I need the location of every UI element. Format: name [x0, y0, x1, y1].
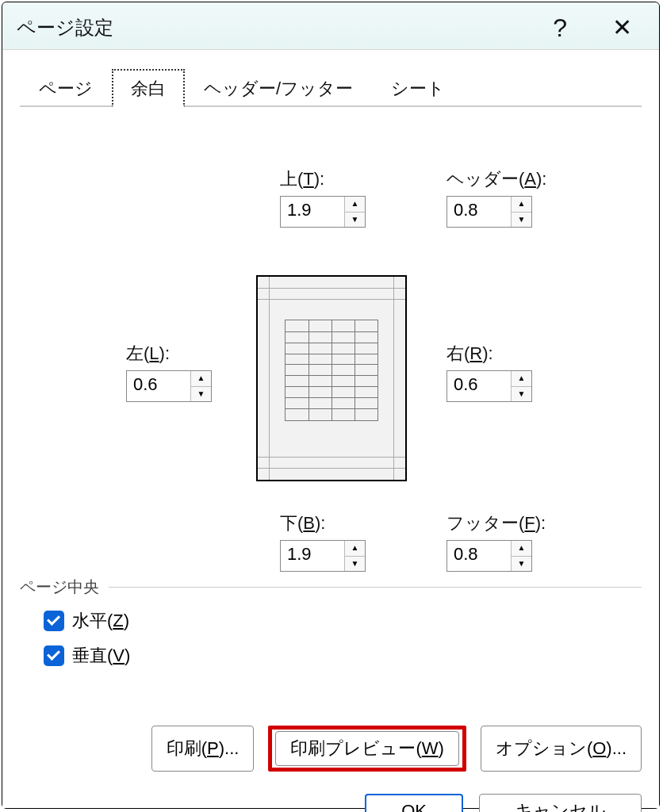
- margin-header-value[interactable]: 0.8: [447, 197, 511, 227]
- cancel-button[interactable]: キャンセル: [479, 794, 642, 812]
- margin-top-label: 上(T):: [280, 167, 366, 191]
- lbl-text: ):: [536, 169, 546, 189]
- spin-down-icon[interactable]: ▼: [345, 556, 365, 572]
- lbl-key: W: [422, 738, 439, 758]
- lbl-text: ):: [482, 343, 492, 363]
- spin-up-icon[interactable]: ▲: [512, 541, 531, 556]
- lbl-key: O: [592, 738, 606, 758]
- spin-down-icon[interactable]: ▼: [191, 386, 211, 402]
- lbl-key: V: [113, 645, 125, 665]
- lbl-text: 印刷(: [167, 738, 207, 758]
- lbl-key: L: [149, 343, 159, 363]
- titlebar: ページ設定 ? ✕: [2, 2, 659, 50]
- margin-footer-value[interactable]: 0.8: [447, 541, 511, 571]
- lbl-text: )...: [606, 738, 627, 758]
- center-vertical-label: 垂直(V): [72, 644, 130, 668]
- help-icon[interactable]: ?: [553, 13, 567, 43]
- spin-up-icon[interactable]: ▲: [345, 197, 365, 212]
- center-on-page-group: ページ中央 水平(Z) 垂直(V): [20, 576, 642, 668]
- spin-down-icon[interactable]: ▼: [512, 386, 531, 402]
- margin-top-spinner[interactable]: 1.9 ▲ ▼: [280, 196, 366, 228]
- margin-right-spinner[interactable]: 0.6 ▲ ▼: [446, 370, 532, 402]
- page-setup-dialog: ページ設定 ? ✕ ページ 余白 ヘッダー/フッター シート 上(T): 1.9…: [2, 2, 660, 809]
- spin-down-icon[interactable]: ▼: [345, 212, 365, 228]
- margin-right-value[interactable]: 0.6: [447, 371, 511, 401]
- lbl-key: P: [207, 738, 219, 758]
- lbl-key: F: [524, 513, 535, 533]
- highlight-annotation: 印刷プレビュー(W): [268, 726, 466, 772]
- margins-panel: 上(T): 1.9 ▲ ▼ ヘッダー(A): 0.8: [2, 123, 659, 575]
- spin-down-icon[interactable]: ▼: [512, 556, 531, 572]
- spin-up-icon[interactable]: ▲: [345, 541, 365, 556]
- lbl-key: T: [303, 169, 313, 189]
- ok-button[interactable]: OK: [365, 794, 463, 812]
- lbl-text: オプション(: [496, 738, 592, 758]
- dialog-title: ページ設定: [17, 15, 113, 40]
- action-row-1: 印刷(P)... 印刷プレビュー(W) オプション(O)...: [2, 726, 642, 772]
- checkbox-checked-icon[interactable]: [44, 645, 64, 666]
- margin-footer-field: フッター(F): 0.8 ▲ ▼: [446, 511, 546, 572]
- lbl-text: ): [125, 645, 130, 665]
- lbl-text: 上(: [280, 169, 303, 189]
- margin-header-field: ヘッダー(A): 0.8 ▲ ▼: [446, 167, 546, 228]
- lbl-text: ): [439, 738, 444, 758]
- lbl-text: 水平(: [72, 611, 113, 630]
- options-button[interactable]: オプション(O)...: [481, 726, 642, 772]
- tab-strip: ページ 余白 ヘッダー/フッター シート: [20, 67, 642, 107]
- lbl-text: ):: [535, 513, 546, 533]
- margin-header-spinner[interactable]: 0.8 ▲ ▼: [446, 196, 532, 228]
- margin-right-label: 右(R):: [446, 342, 532, 366]
- lbl-text: 右(: [446, 343, 469, 363]
- lbl-text: 下(: [280, 513, 303, 533]
- lbl-text: ):: [315, 513, 325, 533]
- margin-left-value[interactable]: 0.6: [127, 371, 190, 401]
- margin-left-field: 左(L): 0.6 ▲ ▼: [126, 342, 212, 402]
- spin-up-icon[interactable]: ▲: [191, 371, 211, 386]
- center-horizontal-row[interactable]: 水平(Z): [44, 609, 642, 633]
- lbl-text: 左(: [126, 343, 149, 363]
- lbl-text: 印刷プレビュー(: [290, 738, 421, 758]
- lbl-text: ):: [159, 343, 170, 363]
- margin-bottom-field: 下(B): 1.9 ▲ ▼: [280, 511, 366, 572]
- lbl-key: Z: [113, 611, 123, 630]
- lbl-text: ):: [314, 169, 324, 189]
- margin-bottom-value[interactable]: 1.9: [281, 541, 344, 571]
- margin-footer-spinner[interactable]: 0.8 ▲ ▼: [446, 540, 532, 572]
- lbl-key: R: [469, 343, 482, 363]
- margin-bottom-label: 下(B):: [280, 511, 366, 535]
- tab-margins[interactable]: 余白: [112, 69, 185, 107]
- group-label: ページ中央: [20, 576, 99, 598]
- center-vertical-row[interactable]: 垂直(V): [44, 644, 642, 668]
- margin-top-value[interactable]: 1.9: [281, 197, 344, 227]
- print-button[interactable]: 印刷(P)...: [151, 726, 255, 772]
- spin-up-icon[interactable]: ▲: [512, 197, 531, 212]
- margin-left-spinner[interactable]: 0.6 ▲ ▼: [126, 370, 212, 402]
- page-preview-icon: [256, 275, 407, 481]
- lbl-text: ): [124, 611, 129, 630]
- margin-top-field: 上(T): 1.9 ▲ ▼: [280, 167, 366, 228]
- margin-header-label: ヘッダー(A):: [446, 167, 546, 191]
- margin-left-label: 左(L):: [126, 342, 212, 366]
- margin-bottom-spinner[interactable]: 1.9 ▲ ▼: [280, 540, 366, 572]
- tab-header-footer[interactable]: ヘッダー/フッター: [185, 69, 372, 107]
- spin-up-icon[interactable]: ▲: [512, 371, 531, 386]
- center-horizontal-label: 水平(Z): [72, 609, 129, 633]
- close-icon[interactable]: ✕: [612, 13, 632, 41]
- action-row-2: OK キャンセル: [2, 794, 642, 812]
- margin-footer-label: フッター(F):: [446, 511, 546, 535]
- divider: [109, 587, 642, 588]
- lbl-key: A: [524, 169, 536, 189]
- lbl-text: ヘッダー(: [446, 169, 524, 189]
- margin-right-field: 右(R): 0.6 ▲ ▼: [446, 342, 532, 402]
- spin-down-icon[interactable]: ▼: [512, 212, 531, 228]
- tab-sheet[interactable]: シート: [372, 69, 464, 107]
- checkbox-checked-icon[interactable]: [44, 611, 64, 631]
- lbl-key: B: [303, 513, 315, 533]
- print-preview-button[interactable]: 印刷プレビュー(W): [275, 731, 458, 766]
- lbl-text: 垂直(: [72, 645, 113, 665]
- tab-page[interactable]: ページ: [20, 69, 112, 107]
- lbl-text: )...: [219, 738, 240, 758]
- group-header: ページ中央: [20, 576, 642, 598]
- lbl-text: フッター(: [446, 513, 524, 533]
- dialog-body: ページ 余白 ヘッダー/フッター シート 上(T): 1.9 ▲ ▼: [2, 50, 659, 808]
